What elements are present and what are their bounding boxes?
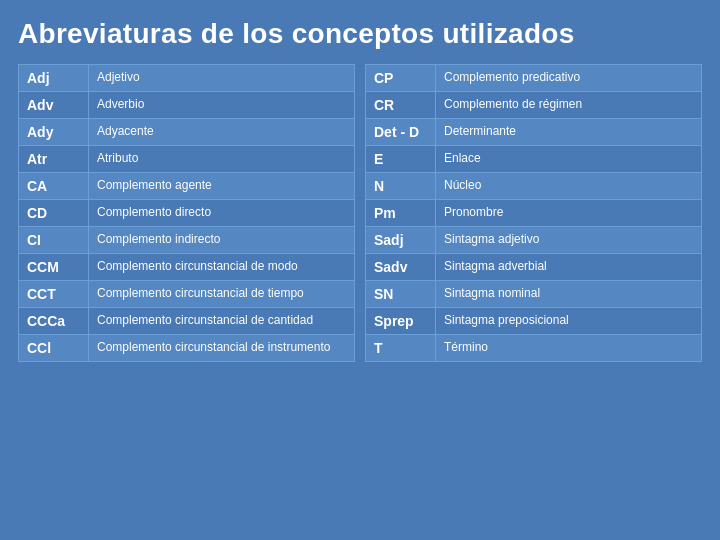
table-row: AdyAdyacente [19,119,355,146]
definition-cell: Adyacente [89,119,355,146]
definition-cell: Complemento circunstancial de tiempo [89,281,355,308]
definition-cell: Complemento directo [89,200,355,227]
page-title: Abreviaturas de los conceptos utilizados [18,18,702,50]
abbr-cell: CD [19,200,89,227]
definition-cell: Atributo [89,146,355,173]
table-row: CIComplemento indirecto [19,227,355,254]
definition-cell: Enlace [436,146,702,173]
table-row: CDComplemento directo [19,200,355,227]
table-row: SadjSintagma adjetivo [366,227,702,254]
abbr-cell: Sprep [366,308,436,335]
abbr-cell: CCM [19,254,89,281]
table-row: SprepSintagma preposicional [366,308,702,335]
definition-cell: Pronombre [436,200,702,227]
abbr-cell: Atr [19,146,89,173]
abbr-cell: T [366,335,436,362]
abbr-cell: Sadv [366,254,436,281]
table-row: CPComplemento predicativo [366,65,702,92]
right-table: CPComplemento predicativoCRComplemento d… [365,64,702,362]
table-row: AdvAdverbio [19,92,355,119]
definition-cell: Adverbio [89,92,355,119]
left-table: AdjAdjetivoAdvAdverbioAdyAdyacenteAtrAtr… [18,64,355,362]
definition-cell: Sintagma nominal [436,281,702,308]
definition-cell: Sintagma adjetivo [436,227,702,254]
abbr-cell: SN [366,281,436,308]
page: Abreviaturas de los conceptos utilizados… [0,0,720,540]
definition-cell: Sintagma adverbial [436,254,702,281]
definition-cell: Adjetivo [89,65,355,92]
definition-cell: Complemento circunstancial de cantidad [89,308,355,335]
table-row: SadvSintagma adverbial [366,254,702,281]
definition-cell: Complemento circunstancial de instrument… [89,335,355,362]
definition-cell: Término [436,335,702,362]
definition-cell: Complemento predicativo [436,65,702,92]
table-row: SNSintagma nominal [366,281,702,308]
abbr-cell: Sadj [366,227,436,254]
abbr-cell: CR [366,92,436,119]
definition-cell: Complemento agente [89,173,355,200]
abbr-cell: Pm [366,200,436,227]
abbr-cell: CCCa [19,308,89,335]
table-row: CClComplemento circunstancial de instrum… [19,335,355,362]
table-row: TTérmino [366,335,702,362]
tables-wrapper: AdjAdjetivoAdvAdverbioAdyAdyacenteAtrAtr… [18,64,702,362]
abbr-cell: Det - D [366,119,436,146]
abbr-cell: Adv [19,92,89,119]
table-row: EEnlace [366,146,702,173]
table-row: Det - DDeterminante [366,119,702,146]
table-row: AtrAtributo [19,146,355,173]
table-row: AdjAdjetivo [19,65,355,92]
table-row: CCMComplemento circunstancial de modo [19,254,355,281]
abbr-cell: Adj [19,65,89,92]
table-row: NNúcleo [366,173,702,200]
definition-cell: Complemento indirecto [89,227,355,254]
abbr-cell: CCl [19,335,89,362]
table-row: CRComplemento de régimen [366,92,702,119]
table-row: PmPronombre [366,200,702,227]
definition-cell: Sintagma preposicional [436,308,702,335]
abbr-cell: CI [19,227,89,254]
abbr-cell: CA [19,173,89,200]
table-row: CCTComplemento circunstancial de tiempo [19,281,355,308]
abbr-cell: CP [366,65,436,92]
definition-cell: Determinante [436,119,702,146]
definition-cell: Complemento circunstancial de modo [89,254,355,281]
table-row: CCCaComplemento circunstancial de cantid… [19,308,355,335]
abbr-cell: CCT [19,281,89,308]
abbr-cell: N [366,173,436,200]
abbr-cell: E [366,146,436,173]
table-row: CAComplemento agente [19,173,355,200]
definition-cell: Complemento de régimen [436,92,702,119]
abbr-cell: Ady [19,119,89,146]
definition-cell: Núcleo [436,173,702,200]
